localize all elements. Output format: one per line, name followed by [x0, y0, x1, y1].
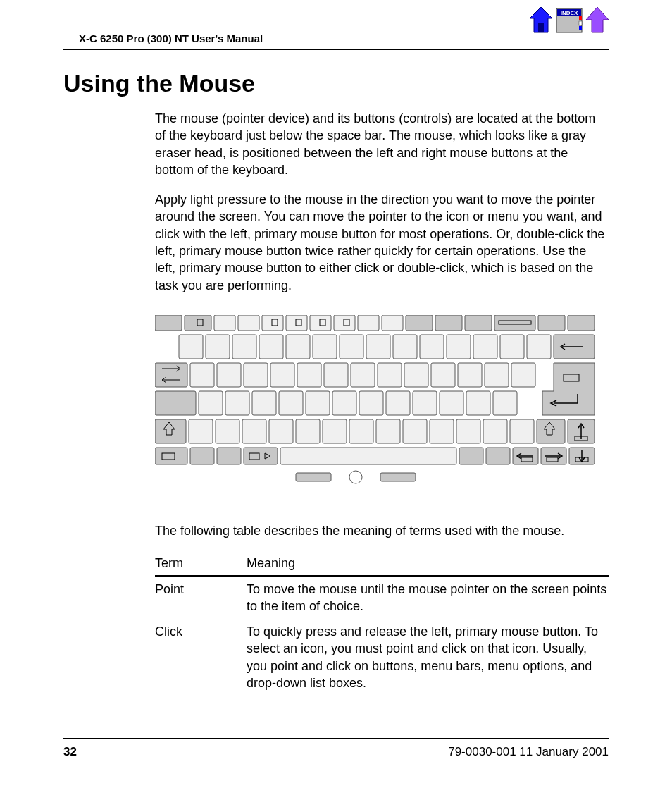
svg-rect-23: [568, 315, 595, 331]
page-footer: 32 79-0030-001 11 January 2001: [63, 738, 609, 759]
svg-rect-84: [296, 419, 320, 443]
svg-rect-22: [538, 315, 565, 331]
svg-rect-72: [413, 391, 437, 415]
svg-rect-105: [280, 448, 456, 464]
svg-rect-15: [334, 315, 355, 331]
svg-rect-6: [579, 26, 582, 30]
svg-rect-80: [189, 419, 213, 443]
svg-rect-74: [466, 391, 490, 415]
svg-rect-59: [458, 363, 482, 387]
svg-rect-100: [190, 448, 214, 464]
term-cell: Click: [155, 619, 247, 696]
svg-rect-18: [406, 315, 433, 331]
svg-rect-67: [279, 391, 303, 415]
terms-table: Term Meaning Point To move the mouse unt…: [155, 552, 609, 696]
svg-rect-119: [380, 473, 416, 481]
svg-rect-117: [296, 473, 331, 481]
svg-marker-7: [586, 7, 609, 32]
svg-rect-56: [378, 363, 402, 387]
svg-rect-14: [310, 315, 331, 331]
svg-rect-107: [486, 448, 510, 464]
svg-rect-92: [510, 419, 534, 443]
section-title: Using the Mouse: [63, 70, 609, 97]
svg-rect-49: [190, 363, 214, 387]
svg-rect-90: [456, 419, 480, 443]
home-icon[interactable]: [528, 6, 554, 37]
svg-rect-37: [366, 335, 390, 359]
svg-rect-46: [155, 363, 187, 387]
meaning-cell: To quickly press and release the left, p…: [247, 619, 609, 696]
svg-rect-57: [404, 363, 428, 387]
meaning-cell: To move the mouse until the mouse pointe…: [247, 576, 609, 620]
svg-rect-93: [537, 419, 565, 443]
svg-rect-32: [232, 335, 256, 359]
table-row: Point To move the mouse until the mouse …: [155, 576, 609, 620]
running-head: X-C 6250 Pro (300) NT User's Manual: [63, 14, 609, 50]
index-icon[interactable]: INDEX: [555, 6, 583, 37]
svg-rect-83: [269, 419, 293, 443]
svg-rect-38: [393, 335, 417, 359]
svg-rect-1: [538, 23, 544, 32]
svg-rect-60: [485, 363, 509, 387]
svg-rect-89: [430, 419, 454, 443]
svg-rect-87: [376, 419, 400, 443]
svg-rect-55: [351, 363, 375, 387]
svg-rect-106: [459, 448, 483, 464]
svg-rect-17: [382, 315, 403, 331]
svg-rect-53: [297, 363, 321, 387]
svg-rect-42: [500, 335, 524, 359]
svg-rect-34: [286, 335, 310, 359]
svg-rect-36: [340, 335, 363, 359]
svg-rect-91: [483, 419, 507, 443]
svg-point-118: [349, 471, 362, 483]
svg-rect-64: [199, 391, 223, 415]
svg-rect-69: [332, 391, 356, 415]
page-number: 32: [63, 745, 77, 759]
svg-rect-75: [493, 391, 517, 415]
svg-rect-86: [349, 419, 373, 443]
svg-rect-73: [440, 391, 463, 415]
svg-rect-40: [447, 335, 471, 359]
th-term: Term: [155, 552, 247, 575]
svg-rect-33: [259, 335, 283, 359]
svg-rect-4: [579, 16, 582, 20]
svg-rect-41: [473, 335, 497, 359]
th-meaning: Meaning: [247, 552, 609, 575]
svg-rect-39: [420, 335, 444, 359]
svg-rect-50: [217, 363, 241, 387]
svg-rect-70: [359, 391, 383, 415]
intro-paragraph-2: Apply light pressure to the mouse in the…: [155, 191, 609, 294]
svg-rect-54: [324, 363, 348, 387]
svg-rect-71: [386, 391, 410, 415]
svg-rect-35: [313, 335, 337, 359]
svg-rect-13: [286, 315, 307, 331]
svg-rect-63: [155, 391, 196, 415]
up-icon[interactable]: [585, 6, 610, 37]
svg-rect-12: [262, 315, 283, 331]
svg-rect-21: [494, 315, 535, 331]
svg-rect-8: [155, 315, 182, 331]
table-intro: The following table describes the meanin…: [155, 522, 609, 539]
svg-rect-78: [155, 419, 186, 443]
svg-rect-82: [242, 419, 266, 443]
svg-rect-19: [435, 315, 462, 331]
intro-paragraph-1: The mouse (pointer device) and its butto…: [155, 110, 609, 178]
svg-rect-11: [238, 315, 259, 331]
svg-rect-101: [217, 448, 241, 464]
svg-rect-85: [323, 419, 347, 443]
term-cell: Point: [155, 576, 247, 620]
svg-rect-88: [403, 419, 427, 443]
svg-rect-61: [511, 363, 535, 387]
svg-rect-52: [270, 363, 294, 387]
svg-rect-31: [206, 335, 230, 359]
svg-rect-43: [527, 335, 551, 359]
svg-rect-81: [216, 419, 239, 443]
svg-rect-16: [358, 315, 379, 331]
svg-rect-58: [431, 363, 455, 387]
table-row: Click To quickly press and release the l…: [155, 619, 609, 696]
index-label: INDEX: [561, 10, 578, 16]
svg-rect-102: [244, 448, 278, 464]
svg-rect-10: [214, 315, 235, 331]
svg-rect-98: [155, 448, 187, 464]
svg-rect-5: [579, 21, 582, 25]
